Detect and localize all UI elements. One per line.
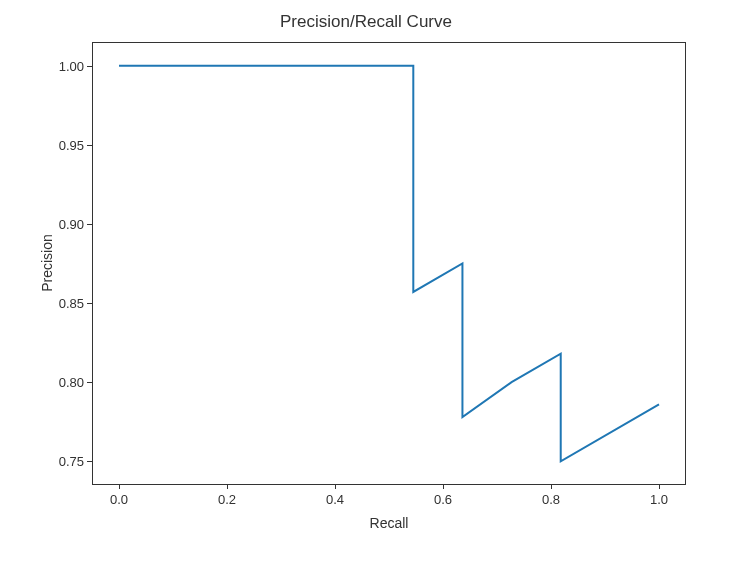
chart-container: Precision/Recall Curve Precision Recall … (0, 0, 732, 562)
y-tick-label: 0.90 (36, 216, 84, 231)
y-tick-label: 0.75 (36, 454, 84, 469)
chart-title: Precision/Recall Curve (0, 12, 732, 32)
x-tick-label: 0.0 (110, 492, 128, 507)
y-tick-label: 0.95 (36, 137, 84, 152)
x-axis-label: Recall (92, 515, 686, 531)
y-tick-label: 0.80 (36, 375, 84, 390)
x-tick-label: 1.0 (650, 492, 668, 507)
x-tick-label: 0.8 (542, 492, 560, 507)
x-tick-label: 0.6 (434, 492, 452, 507)
y-axis-label: Precision (39, 234, 55, 292)
x-tick-label: 0.4 (326, 492, 344, 507)
y-tick-label: 1.00 (36, 58, 84, 73)
pr-curve-line (92, 42, 686, 485)
x-tick-label: 0.2 (218, 492, 236, 507)
y-tick-label: 0.85 (36, 296, 84, 311)
